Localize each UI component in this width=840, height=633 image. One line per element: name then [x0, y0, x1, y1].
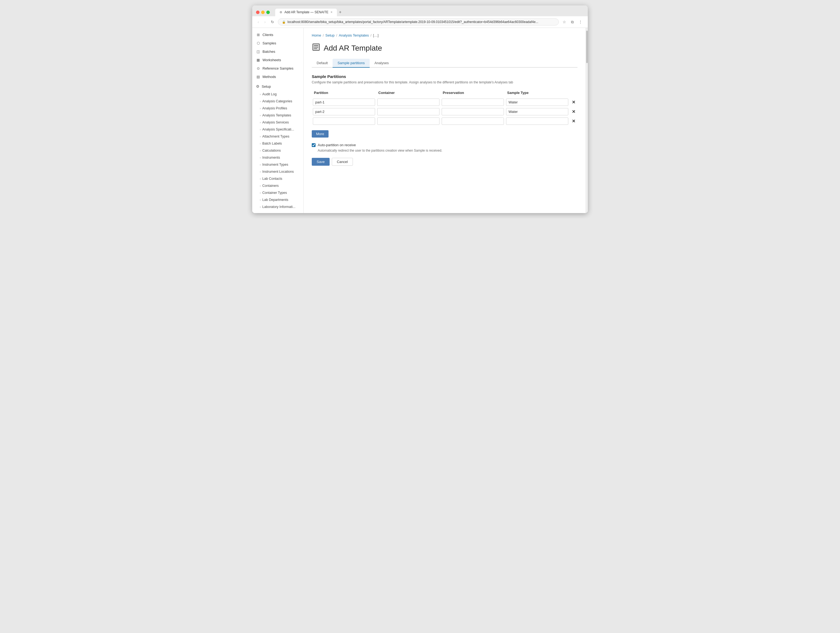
chevron-icon: ›: [260, 93, 261, 96]
sidebar-sub-item-analysis-profiles[interactable]: › Analysis Profiles: [252, 105, 303, 112]
breadcrumb-home[interactable]: Home: [312, 33, 321, 37]
chevron-icon: ›: [260, 135, 261, 138]
remove-row-button-3[interactable]: ✕: [571, 118, 576, 125]
sample-type-input-1[interactable]: [506, 98, 568, 106]
new-tab-button[interactable]: +: [337, 8, 344, 16]
sidebar-item-label: Clients: [262, 33, 300, 37]
partition-input-3[interactable]: [313, 117, 375, 125]
page-title: Add AR Template: [324, 44, 382, 52]
sidebar-item-clients[interactable]: ⊞ Clients: [252, 31, 303, 39]
scroll-track[interactable]: [586, 28, 588, 213]
maximize-traffic-light[interactable]: [266, 11, 270, 14]
save-button[interactable]: Save: [312, 158, 330, 166]
sidebar-sub-item-calculations[interactable]: › Calculations: [252, 147, 303, 154]
tab-analyses[interactable]: Analyses: [369, 59, 394, 68]
worksheets-icon: ▦: [256, 58, 261, 62]
sidebar-item-batches[interactable]: ◫ Batches: [252, 47, 303, 56]
section-title: Sample Partitions: [312, 74, 578, 79]
forward-button[interactable]: ›: [263, 19, 267, 25]
sub-item-label: Attachment Types: [262, 135, 289, 138]
breadcrumb-setup[interactable]: Setup: [325, 33, 335, 37]
setup-section-header[interactable]: ⚙ Setup: [252, 82, 303, 91]
back-button[interactable]: ‹: [256, 19, 261, 25]
scroll-thumb[interactable]: [586, 31, 588, 63]
sidebar-sub-item-instrument-locations[interactable]: › Instrument Locations: [252, 168, 303, 175]
col-header-container: Container: [376, 89, 441, 98]
sub-item-label: Lab Departments: [262, 198, 288, 202]
container-input-3[interactable]: [377, 117, 439, 125]
extensions-button[interactable]: ⧉: [569, 19, 575, 25]
address-bar[interactable]: 🔒 localhost:8080/senaite/bika_setup/bika…: [278, 18, 559, 25]
cancel-button[interactable]: Cancel: [332, 158, 353, 166]
chevron-icon: ›: [260, 121, 261, 124]
sidebar-sub-item-container-types[interactable]: › Container Types: [252, 189, 303, 196]
sample-type-input-2[interactable]: [506, 108, 568, 116]
tab-default[interactable]: Default: [312, 59, 333, 68]
table-header-row: Partition Container Preservation Sample …: [312, 89, 578, 98]
sidebar-sub-item-laboratory-information[interactable]: › Laboratory Informati...: [252, 203, 303, 210]
preservation-input-2[interactable]: [442, 108, 504, 116]
sidebar-sub-item-lab-departments[interactable]: › Lab Departments: [252, 196, 303, 203]
refresh-button[interactable]: ↻: [269, 19, 276, 25]
sidebar-item-label: Worksheets: [262, 58, 300, 62]
sample-type-input-3[interactable]: [506, 117, 568, 125]
page-title-icon: [312, 43, 321, 53]
remove-cell-3: ✕: [569, 116, 578, 126]
breadcrumb-current: […]: [373, 33, 379, 37]
sidebar-sub-item-instruments[interactable]: › Instruments: [252, 154, 303, 161]
partition-input-2[interactable]: [313, 108, 375, 116]
breadcrumb-analysis-templates[interactable]: Analysis Templates: [339, 33, 369, 37]
partition-cell-3: [312, 116, 376, 126]
sample-type-cell-1: [505, 98, 569, 107]
sidebar-sub-item-lab-contacts[interactable]: › Lab Contacts: [252, 175, 303, 182]
chevron-icon: ›: [260, 128, 261, 131]
remove-row-button-2[interactable]: ✕: [571, 109, 576, 115]
preservation-input-3[interactable]: [442, 117, 504, 125]
container-cell-2: [376, 107, 441, 116]
sidebar-sub-item-containers[interactable]: › Containers: [252, 182, 303, 189]
partition-table: Partition Container Preservation Sample …: [312, 89, 578, 126]
sidebar-item-worksheets[interactable]: ▦ Worksheets: [252, 56, 303, 64]
more-options-button[interactable]: ⋮: [577, 19, 584, 25]
sidebar-sub-item-analysis-templates[interactable]: › Analysis Templates: [252, 112, 303, 119]
sidebar-item-samples[interactable]: ⬡ Samples: [252, 39, 303, 47]
sub-item-label: Laboratory Informati...: [262, 205, 295, 209]
sidebar-sub-item-analysis-specifications[interactable]: › Analysis Specificati...: [252, 126, 303, 133]
sidebar-sub-item-analysis-categories[interactable]: › Analysis Categories: [252, 98, 303, 105]
more-button[interactable]: More: [312, 130, 328, 138]
auto-partition-checkbox[interactable]: [312, 143, 316, 147]
bookmark-button[interactable]: ☆: [561, 19, 568, 25]
sidebar: ⊞ Clients ⬡ Samples ◫ Batches ▦ Workshee…: [252, 28, 304, 213]
chevron-icon: ›: [260, 184, 261, 187]
action-buttons: Save Cancel: [312, 158, 578, 166]
sub-item-label: Instrument Types: [262, 163, 288, 166]
tab-close-button[interactable]: ×: [331, 10, 333, 14]
container-input-1[interactable]: [377, 98, 439, 106]
partition-input-1[interactable]: [313, 98, 375, 106]
samples-icon: ⬡: [256, 41, 261, 45]
remove-row-button-1[interactable]: ✕: [571, 99, 576, 106]
chevron-icon: ›: [260, 163, 261, 166]
close-traffic-light[interactable]: [256, 11, 259, 14]
minimize-traffic-light[interactable]: [261, 11, 265, 14]
sidebar-sub-item-attachment-types[interactable]: › Attachment Types: [252, 133, 303, 140]
sidebar-sub-item-audit-log[interactable]: › Audit Log: [252, 91, 303, 98]
gear-icon: ⚙: [256, 84, 259, 89]
remove-cell-1: ✕: [569, 98, 578, 107]
chevron-icon: ›: [260, 198, 261, 201]
sidebar-item-reference-samples[interactable]: ⊙ Reference Samples: [252, 64, 303, 73]
breadcrumb-sep-2: /: [336, 33, 337, 37]
preservation-input-1[interactable]: [442, 98, 504, 106]
sub-item-label: Analysis Profiles: [262, 106, 287, 110]
breadcrumb-sep-1: /: [323, 33, 324, 37]
sidebar-item-label: Methods: [262, 75, 300, 79]
sidebar-sub-item-instrument-types[interactable]: › Instrument Types: [252, 161, 303, 168]
browser-tab[interactable]: ⚙ Add AR Template — SENAITE ×: [275, 9, 337, 16]
tab-sample-partitions[interactable]: Sample partitions: [333, 59, 369, 68]
sidebar-sub-item-analysis-services[interactable]: › Analysis Services: [252, 119, 303, 126]
container-input-2[interactable]: [377, 108, 439, 116]
sidebar-item-methods[interactable]: ▤ Methods: [252, 73, 303, 81]
auto-partition-label[interactable]: Auto-partition on receive: [318, 143, 356, 147]
sidebar-sub-item-batch-labels[interactable]: › Batch Labels: [252, 140, 303, 147]
preservation-cell-2: [441, 107, 505, 116]
